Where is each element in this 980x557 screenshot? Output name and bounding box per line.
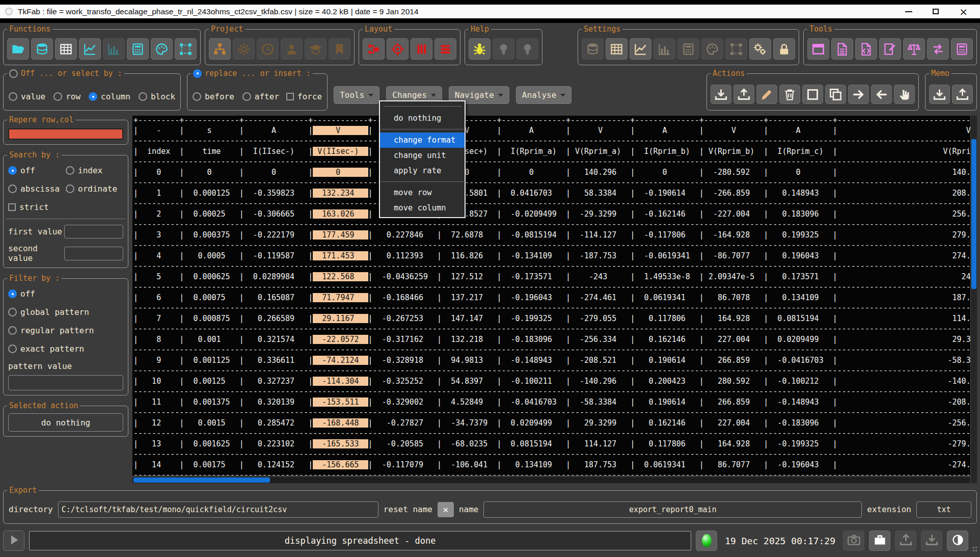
radio-ordinate[interactable] (66, 184, 74, 193)
radio-item-ordinate[interactable]: ordinate (66, 184, 123, 194)
menu-item-do-nothing[interactable]: do nothing (380, 111, 465, 126)
menu-item-move-column[interactable]: move column (380, 200, 465, 216)
copy-button[interactable] (825, 85, 846, 104)
database-button[interactable] (31, 38, 53, 60)
contrast-toggle-button[interactable] (947, 531, 968, 551)
radio-item-exact-pattern[interactable]: exact pattern (8, 344, 123, 354)
document-code-button[interactable] (855, 38, 877, 60)
highlighted-cell[interactable]: 163.026 (313, 209, 368, 219)
table-row[interactable]: | 0 | 0 | 0 | 0 | 0 | 0 | 0 | 140.296 | … (133, 166, 970, 179)
extension-input[interactable] (916, 501, 971, 518)
palette-button[interactable] (151, 38, 173, 60)
table-row[interactable]: | 12 | 0.0015 | 0.285472 | -168.448 | -0… (133, 416, 970, 430)
radio-off[interactable] (8, 166, 17, 175)
import-tray-button[interactable] (711, 85, 731, 104)
vertical-scrollbar[interactable] (970, 116, 977, 483)
maximize-icon[interactable] (933, 9, 939, 14)
flow-tree-button[interactable] (363, 38, 385, 60)
highlighted-cell[interactable]: -114.304 (313, 377, 368, 386)
download-button[interactable] (921, 531, 942, 551)
radio-item-abscissa[interactable]: abscissa (8, 184, 66, 194)
radio-item-off[interactable]: off (8, 289, 123, 299)
bar-chart-button[interactable] (654, 38, 675, 60)
table-row[interactable]: | 7 | 0.000875 | 0.266589 | 29.1167 | -0… (133, 312, 970, 325)
first-value-input[interactable] (64, 225, 123, 238)
play-button[interactable] (3, 531, 24, 551)
select-region-button[interactable] (175, 38, 197, 60)
radio-before[interactable] (193, 92, 201, 101)
bulb-button[interactable] (516, 38, 538, 60)
table-row[interactable]: | 8 | 0.001 | 0.321574 | -22.0572 | -0.3… (133, 333, 970, 346)
table-row[interactable]: | 1 | 0.000125 | -0.359823 | 132.234 | 0… (133, 187, 970, 200)
table-row[interactable]: | 13 | 0.001625 | 0.223102 | -165.533 | … (133, 437, 970, 450)
force-checkbox[interactable] (286, 93, 294, 100)
clock-button[interactable] (257, 38, 279, 60)
trash-button[interactable] (779, 85, 800, 104)
spreadsheet-table[interactable]: +---------+------------+--------------+-… (132, 116, 970, 475)
table-grid-button[interactable] (55, 38, 77, 60)
highlighted-cell[interactable]: -168.448 (313, 418, 368, 428)
highlighted-cell[interactable]: -156.665 (313, 460, 368, 469)
pattern-value-input[interactable] (8, 375, 123, 390)
table-row[interactable]: | 4 | 0.0005 | -0.119587 | 171.453 | 0.1… (133, 249, 970, 262)
briefcase-button[interactable] (869, 531, 890, 551)
export-tray-button[interactable] (733, 85, 754, 104)
highlighted-cell[interactable]: 171.453 (313, 251, 368, 260)
table-row[interactable]: | 10 | 0.00125 | 0.327237 | -114.304 | -… (133, 375, 970, 388)
window-button[interactable] (807, 38, 829, 60)
graduation-cap-button[interactable] (305, 38, 326, 60)
table-row[interactable]: | 11 | 0.001375 | 0.320139 | -153.511 | … (133, 395, 970, 409)
highlighted-cell[interactable]: V(IIsec-) (313, 147, 368, 156)
lock-button[interactable] (773, 38, 795, 60)
menu-item-move-row[interactable]: move row (380, 185, 465, 200)
reset-name-button[interactable]: ✕ (438, 502, 454, 517)
highlighted-cell[interactable]: -22.0572 (313, 335, 368, 344)
select-region-button[interactable] (725, 38, 747, 60)
arrow-right-button[interactable] (848, 85, 869, 104)
document-edit-button[interactable] (879, 38, 901, 60)
directory-input[interactable] (58, 501, 378, 518)
resize-grip[interactable] (973, 547, 977, 552)
bulb-button[interactable] (493, 38, 514, 60)
radio-item-row[interactable]: row (53, 92, 80, 101)
radio-exact-pattern[interactable] (8, 344, 17, 353)
user-button[interactable] (281, 38, 303, 60)
highlighted-cell[interactable]: 29.1167 (313, 314, 368, 323)
highlighted-cell[interactable]: 71.7947 (313, 293, 368, 302)
radio-abscissa[interactable] (8, 184, 17, 193)
radio-value[interactable] (9, 92, 17, 101)
import-tray-button[interactable] (929, 85, 950, 104)
upload-button[interactable] (895, 531, 916, 551)
radio-item-value[interactable]: value (9, 92, 45, 101)
radio-regular-pattern[interactable] (8, 326, 17, 335)
org-tree-button[interactable] (209, 38, 231, 60)
name-input[interactable] (483, 501, 862, 518)
radio-item-regular-pattern[interactable]: regular pattern (8, 326, 123, 335)
table-row[interactable]: | 2 | 0.00025 | -0.306665 | 163.026 | 0.… (133, 207, 970, 221)
open-folder-button[interactable] (7, 38, 29, 60)
vscroll-thumb[interactable] (971, 139, 976, 289)
minimize-icon[interactable] (905, 11, 912, 12)
menu-item-change-unit[interactable]: change unit (380, 148, 465, 163)
radio-item-block[interactable]: block (139, 92, 175, 101)
table-units-row[interactable]: | - | s | A | V | A | V | A | V | A | V … (133, 124, 970, 137)
line-chart-button[interactable] (79, 38, 101, 60)
second-value-input[interactable] (64, 247, 123, 260)
radio-item-after[interactable]: after (242, 92, 279, 101)
radio-block[interactable] (139, 92, 147, 101)
line-chart-button[interactable] (630, 38, 651, 60)
menubutton-tools[interactable]: Tools (334, 86, 379, 104)
document-button[interactable] (831, 38, 853, 60)
table-row[interactable]: | 6 | 0.00075 | 0.165087 | 71.7947 | -0.… (133, 291, 970, 304)
camera-button[interactable] (843, 531, 864, 551)
radio-index[interactable] (66, 166, 74, 175)
swap-arrows-button[interactable] (927, 38, 949, 60)
database-button[interactable] (582, 38, 604, 60)
repere-entry[interactable] (8, 128, 123, 140)
radio-item-index[interactable]: index (66, 166, 123, 175)
radio-after[interactable] (242, 92, 251, 101)
selected-action-value[interactable]: do nothing (8, 413, 123, 432)
scales-button[interactable] (903, 38, 925, 60)
radio-item-global-pattern[interactable]: global pattern (8, 307, 123, 317)
radio-global-pattern[interactable] (8, 308, 17, 316)
